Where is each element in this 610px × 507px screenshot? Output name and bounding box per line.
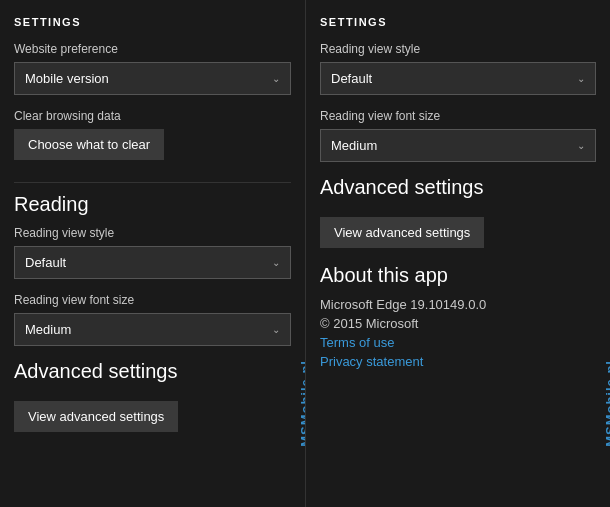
privacy-statement-link[interactable]: Privacy statement [320, 354, 596, 369]
right-view-advanced-settings-button[interactable]: View advanced settings [320, 217, 484, 248]
reading-style-label: Reading view style [14, 226, 291, 240]
left-settings-panel: SETTINGS Website preference Mobile versi… [0, 0, 305, 507]
terms-of-use-link[interactable]: Terms of use [320, 335, 596, 350]
chevron-down-icon: ⌄ [272, 73, 280, 84]
reading-font-dropdown[interactable]: Medium ⌄ [14, 313, 291, 346]
about-heading: About this app [320, 264, 596, 287]
right-reading-font-dropdown[interactable]: Medium ⌄ [320, 129, 596, 162]
chevron-down-icon: ⌄ [272, 324, 280, 335]
right-settings-panel: SETTINGS Reading view style Default ⌄ Re… [305, 0, 610, 507]
left-watermark: MSMobile.pl [298, 360, 305, 447]
about-section: About this app Microsoft Edge 19.10149.0… [320, 264, 596, 369]
right-reading-font-label: Reading view font size [320, 109, 596, 123]
left-settings-title: SETTINGS [14, 16, 291, 28]
view-advanced-settings-button[interactable]: View advanced settings [14, 401, 178, 432]
website-pref-dropdown[interactable]: Mobile version ⌄ [14, 62, 291, 95]
divider [14, 182, 291, 183]
right-advanced-settings-section: Advanced settings View advanced settings [320, 176, 596, 248]
right-reading-font-value: Medium [331, 138, 377, 153]
reading-style-dropdown[interactable]: Default ⌄ [14, 246, 291, 279]
reading-font-label: Reading view font size [14, 293, 291, 307]
right-settings-title: SETTINGS [320, 16, 596, 28]
right-reading-style-dropdown[interactable]: Default ⌄ [320, 62, 596, 95]
right-reading-style-label: Reading view style [320, 42, 596, 56]
reading-font-value: Medium [25, 322, 71, 337]
copyright-text: © 2015 Microsoft [320, 316, 596, 331]
right-reading-style-value: Default [331, 71, 372, 86]
advanced-settings-section: Advanced settings View advanced settings [14, 360, 291, 432]
app-name: Microsoft Edge 19.10149.0.0 [320, 297, 596, 312]
website-pref-label: Website preference [14, 42, 291, 56]
website-pref-value: Mobile version [25, 71, 109, 86]
clear-data-button[interactable]: Choose what to clear [14, 129, 164, 160]
right-advanced-heading: Advanced settings [320, 176, 596, 199]
right-watermark: MSMobile.pl [603, 360, 610, 447]
chevron-down-icon: ⌄ [577, 140, 585, 151]
reading-style-value: Default [25, 255, 66, 270]
reading-heading: Reading [14, 193, 291, 216]
clear-data-label: Clear browsing data [14, 109, 291, 123]
chevron-down-icon: ⌄ [272, 257, 280, 268]
chevron-down-icon: ⌄ [577, 73, 585, 84]
advanced-heading: Advanced settings [14, 360, 291, 383]
